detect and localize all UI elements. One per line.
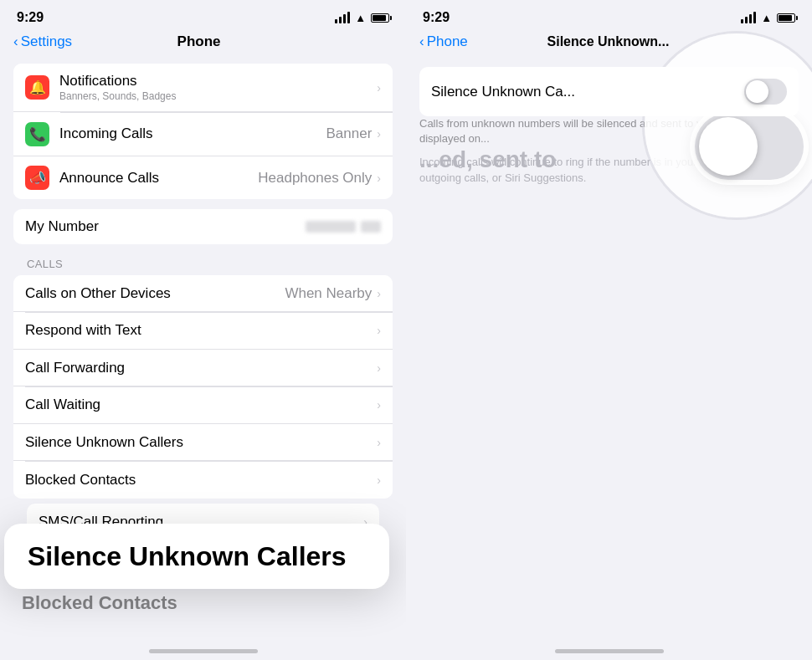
blocked-contacts-label: Blocked Contacts	[25, 472, 377, 489]
toggle-knob	[746, 80, 768, 103]
back-button-left[interactable]: ‹ Settings	[13, 33, 72, 50]
calls-other-devices-value: When Nearby	[285, 285, 372, 302]
chevron-icon-4: ›	[377, 287, 381, 300]
incoming-calls-label: Incoming Calls	[59, 125, 326, 142]
announce-calls-value: Headphones Only	[258, 170, 372, 187]
silence-setting-label: Silence Unknown Ca...	[431, 84, 744, 100]
back-label-left: Settings	[21, 33, 72, 50]
announce-calls-label: Announce Calls	[59, 170, 258, 187]
call-waiting-item[interactable]: Call Waiting ›	[13, 387, 393, 424]
my-number-label: My Number	[25, 218, 99, 235]
toggle-zoomed[interactable]	[695, 113, 804, 180]
blocked-partial-text: Blocked Contacts	[22, 592, 177, 613]
home-indicator-left	[149, 649, 258, 653]
respond-with-text-item[interactable]: Respond with Text ›	[13, 313, 393, 350]
home-indicator-right	[555, 649, 664, 653]
chevron-icon-5: ›	[377, 324, 381, 337]
silence-bubble-overlay: Silence Unknown Callers	[4, 524, 389, 589]
notifications-label: Notifications	[59, 73, 377, 90]
calls-other-devices-item[interactable]: Calls on Other Devices When Nearby ›	[13, 275, 393, 312]
phone-number-blur	[306, 221, 356, 233]
back-label-right: Phone	[427, 33, 468, 50]
incoming-calls-icon: 📞	[25, 122, 49, 146]
notifications-icon: 🔔	[25, 75, 49, 100]
calls-other-devices-label: Calls on Other Devices	[25, 285, 285, 302]
status-icons-left: ▲	[335, 12, 389, 24]
silence-unknown-callers-item[interactable]: Silence Unknown Callers ›	[13, 424, 393, 461]
chevron-icon-6: ›	[377, 361, 381, 375]
status-time-right: 9:29	[423, 10, 450, 25]
my-number-value	[306, 221, 381, 233]
right-phone-screen: 9:29 ▲ ‹ Phone Silence Unknown... Silenc…	[406, 0, 812, 660]
incoming-calls-item[interactable]: 📞 Incoming Calls Banner ›	[13, 113, 393, 156]
incoming-calls-value: Banner	[326, 125, 373, 142]
calls-settings-list: Calls on Other Devices When Nearby › Res…	[13, 275, 393, 499]
my-number-card: My Number	[13, 209, 393, 244]
top-settings-list: 🔔 Notifications Banners, Sounds, Badges …	[13, 64, 393, 199]
chevron-icon-8: ›	[377, 436, 381, 449]
respond-with-text-label: Respond with Text	[25, 322, 377, 339]
zoom-circle	[645, 33, 812, 217]
status-icons-right: ▲	[741, 12, 795, 24]
big-overlay-text-content: ...ed, sent to	[419, 146, 556, 172]
back-button-right[interactable]: ‹ Phone	[419, 33, 468, 50]
left-phone-screen: 9:29 ▲ ‹ Settings Phone 🔔	[0, 0, 406, 660]
call-forwarding-label: Call Forwarding	[25, 360, 377, 376]
calls-section-header: CALLS	[0, 244, 406, 275]
silence-bubble-text: Silence Unknown Callers	[28, 540, 366, 572]
wifi-icon: ▲	[355, 12, 366, 24]
wifi-icon-right: ▲	[761, 12, 772, 24]
phone-number-blur-2	[361, 221, 381, 233]
chevron-icon-9: ›	[377, 473, 381, 487]
chevron-icon: ›	[377, 81, 381, 95]
blocked-partial-area: Blocked Contacts	[22, 592, 384, 614]
nav-title-left: Phone	[72, 33, 326, 50]
toggle-zoomed-knob	[699, 117, 758, 176]
silence-toggle[interactable]	[744, 79, 787, 105]
status-bar-right: 9:29 ▲	[406, 0, 812, 30]
announce-calls-icon: 📣	[25, 166, 49, 190]
back-chevron-icon: ‹	[13, 33, 18, 50]
announce-calls-item[interactable]: 📣 Announce Calls Headphones Only ›	[13, 156, 393, 199]
call-forwarding-item[interactable]: Call Forwarding ›	[13, 350, 393, 386]
blocked-contacts-item[interactable]: Blocked Contacts ›	[13, 462, 393, 499]
back-chevron-icon-right: ‹	[419, 33, 424, 50]
chevron-icon-2: ›	[377, 127, 381, 141]
nav-bar-left: ‹ Settings Phone	[0, 30, 406, 59]
battery-icon	[371, 13, 389, 23]
signal-icon	[335, 12, 350, 23]
status-time-left: 9:29	[17, 10, 44, 25]
chevron-icon-7: ›	[377, 398, 381, 412]
silence-unknown-callers-label: Silence Unknown Callers	[25, 434, 377, 451]
status-bar-left: 9:29 ▲	[0, 0, 406, 30]
notifications-sublabel: Banners, Sounds, Badges	[59, 90, 377, 102]
silence-setting-row: Silence Unknown Ca...	[419, 67, 799, 116]
call-waiting-label: Call Waiting	[25, 397, 377, 413]
notifications-item[interactable]: 🔔 Notifications Banners, Sounds, Badges …	[13, 64, 393, 112]
chevron-icon-3: ›	[377, 171, 381, 185]
my-number-section: My Number	[13, 209, 393, 244]
battery-icon-right	[777, 13, 795, 23]
signal-icon-right	[741, 12, 756, 23]
